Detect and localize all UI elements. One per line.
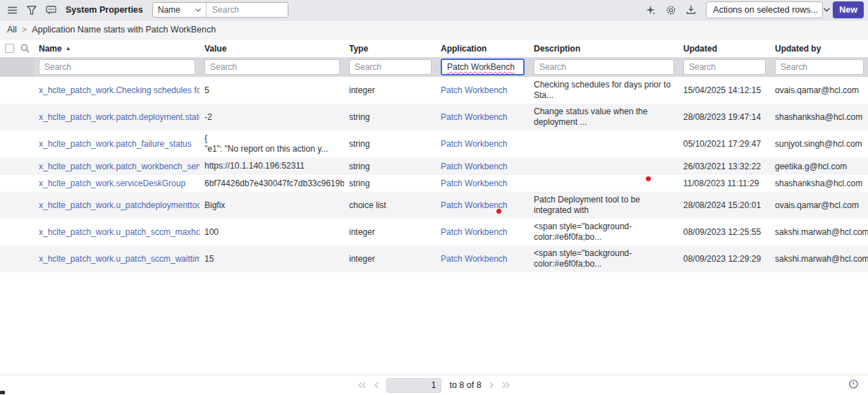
first-page-button[interactable] xyxy=(357,382,366,389)
updated-timestamp: 05/10/2021 17:29:47 xyxy=(678,130,770,157)
chat-icon[interactable] xyxy=(46,6,56,15)
table-row: x_hclte_patch_work.u_patchdeploymenttool… xyxy=(0,192,868,219)
property-name-link[interactable]: x_hclte_patch_work.u_patch_sccm_waittime… xyxy=(39,254,200,264)
sort-ascending-icon: ▲ xyxy=(66,45,71,51)
property-name-link[interactable]: x_hclte_patch_work.u_patchdeploymenttool xyxy=(39,200,200,210)
column-header-name[interactable]: Name ▲ xyxy=(34,40,200,57)
updated-timestamp: 26/03/2021 13:32:22 xyxy=(678,157,770,175)
property-name-link[interactable]: x_hclte_patch_work.serviceDeskGroup xyxy=(39,178,185,188)
property-description: Checking schedules for days prior to Sta… xyxy=(529,77,678,104)
breadcrumb-filter-condition[interactable]: Application Name starts with Patch WorkB… xyxy=(32,25,216,35)
property-type: string xyxy=(344,157,436,175)
updated-timestamp: 15/04/2025 14:12:15 xyxy=(678,77,770,104)
filter-type-input[interactable] xyxy=(349,59,432,75)
column-header-updated[interactable]: Updated xyxy=(678,40,770,57)
previous-page-button[interactable] xyxy=(374,382,379,389)
property-name-link[interactable]: x_hclte_patch_work.Checking schedules fo… xyxy=(39,85,200,95)
property-value: { "e1": "No report on this action y... xyxy=(200,130,344,157)
application-link[interactable]: Patch Workbench xyxy=(441,162,508,171)
breadcrumb: All > Application Name starts with Patch… xyxy=(0,20,868,40)
filter-updated-by-input[interactable] xyxy=(775,59,864,75)
updated-by: shashanksha@hcl.com xyxy=(770,104,868,130)
last-page-button[interactable] xyxy=(502,382,511,389)
property-description: <span style="background-color:#e6f0fa;bo… xyxy=(529,219,678,245)
property-type: integer xyxy=(344,77,436,104)
new-button[interactable]: New xyxy=(833,1,864,18)
pagination-bar: to 8 of 8 xyxy=(0,375,868,395)
pagination-range-label: to 8 of 8 xyxy=(449,380,481,390)
filter-value-input[interactable] xyxy=(204,59,340,75)
search-field-value: Name xyxy=(158,5,181,15)
chevron-down-icon xyxy=(824,8,830,12)
updated-by: shashanksha@hcl.com xyxy=(770,175,868,192)
filter-application-value: Patch WorkBench xyxy=(447,62,515,72)
page-number-input[interactable] xyxy=(386,378,441,393)
column-header-type[interactable]: Type xyxy=(344,40,436,57)
property-name-link[interactable]: x_hclte_patch_work.u_patch_sccm_maxhours… xyxy=(39,227,200,237)
application-link[interactable]: Patch Workbench xyxy=(441,112,508,122)
table-row: x_hclte_patch_work.u_patch_sccm_waittime… xyxy=(0,245,868,272)
column-header-updated-by[interactable]: Updated by xyxy=(770,40,868,57)
property-type: string xyxy=(344,104,436,130)
property-type: choice list xyxy=(344,192,436,219)
list-title-bar: System Properties Name Actions on select… xyxy=(0,0,868,20)
column-header-description[interactable]: Description xyxy=(529,40,678,57)
property-name-link[interactable]: x_hclte_patch_work.patch_workbench_serve… xyxy=(39,162,200,171)
property-description: <span style="background-color:#e6f0fa;bo… xyxy=(529,245,678,272)
property-value: Bigfix xyxy=(200,192,344,219)
updated-timestamp: 08/09/2023 12:25:55 xyxy=(678,219,770,245)
property-description: Change status value when the deployment … xyxy=(529,104,678,130)
updated-timestamp: 08/09/2023 12:29:29 xyxy=(678,245,770,272)
property-type: string xyxy=(344,175,436,192)
download-icon[interactable] xyxy=(686,5,696,15)
filter-application-input[interactable]: Patch WorkBench xyxy=(441,59,525,75)
application-link[interactable]: Patch Workbench xyxy=(441,227,508,237)
updated-timestamp: 28/08/2023 19:47:14 xyxy=(678,104,770,130)
application-link[interactable]: Patch Workbench xyxy=(441,254,508,264)
updated-by: sakshi.marwah@hcl.com xyxy=(770,245,868,272)
property-name-link[interactable]: x_hclte_patch_work.patch.deployment.stat… xyxy=(39,112,200,122)
updated-timestamp: 11/08/2023 11:11:29 xyxy=(678,175,770,192)
red-marker-dot xyxy=(496,209,501,214)
filter-name-input[interactable] xyxy=(39,59,195,75)
updated-by: geetika.g@hcl.com xyxy=(770,157,868,175)
filter-description-input[interactable] xyxy=(534,59,674,75)
column-header-value[interactable]: Value xyxy=(200,40,344,57)
property-description: Patch Deployment tool to be integrated w… xyxy=(529,192,678,219)
property-type: integer xyxy=(344,245,436,272)
red-marker-dot xyxy=(646,176,651,181)
response-time-icon[interactable] xyxy=(848,379,859,389)
table-row: x_hclte_patch_work.Checking schedules fo… xyxy=(0,77,868,104)
breadcrumb-all[interactable]: All xyxy=(7,25,17,35)
property-name-link[interactable]: x_hclte_patch_work.patch_failure_status xyxy=(39,139,192,149)
property-type: string xyxy=(344,130,436,157)
next-page-button[interactable] xyxy=(489,382,494,389)
filter-updated-input[interactable] xyxy=(683,59,766,75)
property-value: 15 xyxy=(200,245,344,272)
actions-select-value: Actions on selected rows... xyxy=(713,5,818,15)
ai-sparkle-icon[interactable] xyxy=(645,5,656,16)
list-search-input[interactable] xyxy=(207,3,288,17)
application-link[interactable]: Patch Workbench xyxy=(441,85,508,95)
updated-by: ovais.qamar@hcl.com xyxy=(770,192,868,219)
table-row: x_hclte_patch_work.patch.deployment.stat… xyxy=(0,104,868,130)
search-icon[interactable] xyxy=(20,44,30,53)
gear-icon[interactable] xyxy=(666,5,676,16)
property-description xyxy=(529,175,678,192)
column-header-application[interactable]: Application xyxy=(436,40,529,57)
table-header-row: Name ▲ Value Type Application Descriptio… xyxy=(0,40,868,57)
table-row: x_hclte_patch_work.patch_failure_status … xyxy=(0,130,868,157)
application-link[interactable]: Patch Workbench xyxy=(441,178,508,188)
actions-on-selected-rows-select[interactable]: Actions on selected rows... xyxy=(706,1,823,18)
toolbar-right: Actions on selected rows... New xyxy=(645,1,864,18)
property-value: -2 xyxy=(200,104,344,130)
table-row: x_hclte_patch_work.u_patch_sccm_maxhours… xyxy=(0,219,868,245)
property-description xyxy=(529,157,678,175)
select-all-checkbox[interactable] xyxy=(5,44,14,53)
filter-icon[interactable] xyxy=(27,6,37,15)
search-field-select[interactable]: Name xyxy=(153,3,207,17)
menu-icon[interactable] xyxy=(7,6,18,14)
application-link[interactable]: Patch Workbench xyxy=(441,139,508,149)
property-value: 6bf74426db7e430047fc7db33c9619bc xyxy=(200,175,344,192)
table-row: x_hclte_patch_work.patch_workbench_serve… xyxy=(0,157,868,175)
